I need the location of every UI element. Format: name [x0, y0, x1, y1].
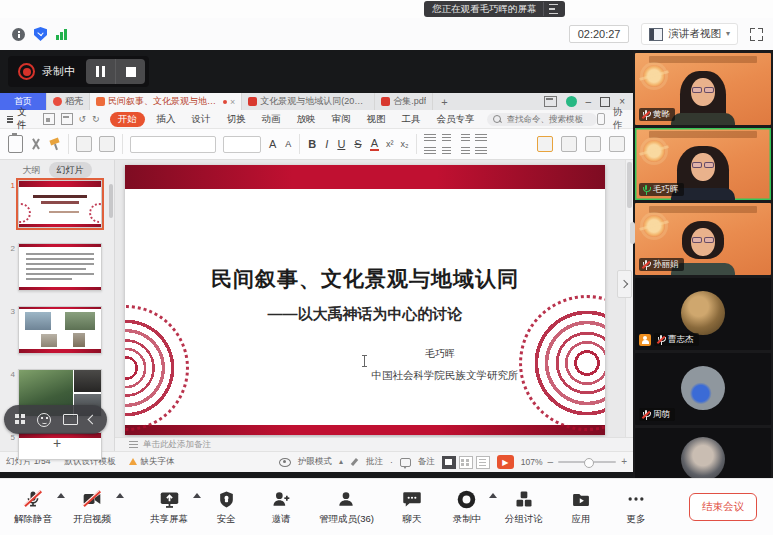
slide-thumbnail-2[interactable] [18, 243, 102, 291]
format-painter-icon[interactable] [49, 138, 61, 150]
underline-button[interactable]: U [336, 138, 346, 150]
menu-slideshow[interactable]: 放映 [293, 112, 320, 127]
menu-view[interactable]: 视图 [363, 112, 390, 127]
tab-daoke[interactable]: 稻壳 [47, 93, 90, 110]
menu-member[interactable]: 会员专享 [433, 112, 479, 127]
align-center-icon[interactable] [441, 132, 454, 143]
subscript-button[interactable]: x₂ [401, 139, 409, 149]
menu-review[interactable]: 审阅 [328, 112, 355, 127]
annotation-tools-icon[interactable] [15, 414, 26, 425]
annotation-toolbar[interactable] [4, 405, 107, 434]
watching-banner[interactable]: 您正在观看毛巧晖的屏幕 [424, 1, 565, 17]
emoji-reaction-icon[interactable] [37, 413, 51, 427]
next-slide-button[interactable] [617, 270, 632, 298]
reading-view-icon[interactable] [476, 456, 490, 469]
toolbar-invite[interactable]: 邀请 [264, 488, 298, 526]
cut-icon[interactable] [30, 138, 42, 150]
normal-view-icon[interactable] [442, 456, 456, 469]
new-tab-button[interactable]: + [433, 93, 455, 110]
tab-pdf-2[interactable]: 合集.pdf [375, 93, 433, 110]
notes-bar[interactable]: 单击此处添加备注 [115, 437, 647, 451]
view-mode-button[interactable]: 演讲者视图 ▾ [641, 23, 738, 45]
new-slide-icon[interactable] [76, 136, 92, 152]
zoom-in-button[interactable]: + [621, 457, 627, 467]
bold-button[interactable]: B [307, 138, 317, 150]
minimize-button[interactable]: – [586, 97, 592, 107]
file-menu[interactable]: 文件 [0, 106, 37, 132]
end-meeting-button[interactable]: 结束会议 [689, 493, 757, 521]
toolbar-breakout-rooms[interactable]: 分组讨论 [505, 488, 543, 526]
share-options-arrow[interactable] [193, 493, 201, 498]
comments-label[interactable]: 批注 [366, 456, 383, 468]
decrease-font-icon[interactable]: A [284, 139, 292, 149]
align-right-icon[interactable] [458, 132, 471, 143]
justify-icon[interactable] [475, 132, 488, 143]
menu-design[interactable]: 设计 [188, 112, 215, 127]
thumbnail-row-2[interactable]: 2 [6, 243, 114, 291]
slide-sorter-icon[interactable] [459, 456, 473, 469]
menu-insert[interactable]: 插入 [153, 112, 180, 127]
maximize-button[interactable] [600, 97, 610, 107]
participant-tile-3[interactable]: 孙丽娟 [635, 203, 771, 275]
toolbar-start-video[interactable]: 开启视频 [73, 488, 111, 526]
text-direction-icon[interactable] [475, 145, 488, 156]
eye-protect-label[interactable]: 护眼模式 [298, 456, 332, 468]
toolbar-more[interactable]: 更多 [619, 488, 653, 526]
print-icon[interactable] [61, 113, 73, 125]
toolbar-share-screen[interactable]: 共享屏幕 [150, 488, 188, 526]
close-tab-icon[interactable]: × [230, 97, 235, 107]
eye-protect-icon[interactable] [279, 458, 291, 467]
font-name-input[interactable] [130, 136, 216, 153]
superscript-button[interactable]: x² [386, 139, 394, 149]
thumbnail-row-3[interactable]: 3 [6, 306, 114, 354]
panel-tab-slides[interactable]: 幻灯片 [49, 162, 92, 178]
participant-tile-5[interactable]: 周萌 [635, 353, 771, 425]
notes-bubble-icon[interactable] [400, 458, 411, 467]
align-left-icon[interactable] [424, 132, 437, 143]
collapse-toolbar-icon[interactable] [87, 415, 97, 425]
banner-menu-icon[interactable] [543, 2, 561, 16]
participant-tile-6[interactable] [635, 428, 771, 482]
save-icon[interactable] [43, 113, 55, 125]
canvas-scrollbar[interactable] [625, 160, 633, 438]
increase-font-icon[interactable]: A [268, 138, 277, 150]
pause-recording-button[interactable] [86, 59, 116, 84]
more-format-icon[interactable] [609, 136, 625, 152]
font-size-input[interactable] [223, 136, 261, 153]
record-options-arrow[interactable] [489, 493, 497, 498]
font-color-button[interactable]: A [370, 138, 379, 151]
italic-button[interactable]: I [324, 138, 329, 150]
collab-button[interactable]: 协作 [613, 106, 625, 132]
slide-thumbnail-3[interactable] [18, 306, 102, 354]
participant-tile-4[interactable]: 曹志杰 [635, 278, 771, 350]
toolbar-apps[interactable]: 应用 [564, 488, 598, 526]
add-slide-button[interactable]: + [53, 435, 61, 451]
stop-recording-button[interactable] [116, 59, 145, 84]
missing-font-warning[interactable]: 缺失字体 [129, 456, 174, 468]
menu-transition[interactable]: 切换 [223, 112, 250, 127]
menu-tools[interactable]: 工具 [398, 112, 425, 127]
toolbar-recording[interactable]: 录制中 [450, 488, 484, 526]
menu-start[interactable]: 开始 [110, 112, 145, 127]
meeting-info-icon[interactable] [12, 28, 25, 41]
bullet-list-icon[interactable] [424, 145, 437, 156]
command-search-input[interactable] [505, 113, 591, 125]
toolbar-security[interactable]: 安全 [209, 488, 243, 526]
slide-layout-icon[interactable] [99, 136, 115, 152]
participant-tile-1[interactable]: 黄晔 [635, 53, 771, 125]
participant-tile-2[interactable]: 毛巧晖 [635, 128, 771, 200]
tab-document-pptx[interactable]: 民间叙事、文化景观与地域认同.pptx × [90, 93, 242, 110]
zoom-out-button[interactable]: – [548, 457, 554, 467]
insert-shape-icon[interactable] [585, 136, 601, 152]
fullscreen-icon[interactable] [750, 28, 763, 41]
current-slide[interactable]: 民间叙事、文化景观与地域认同 ——以大禹神话为中心的讨论 毛巧晖 中国社会科学院… [125, 165, 605, 435]
notes-label[interactable]: 备注 [418, 456, 435, 468]
toolbar-unmute[interactable]: 解除静音 [14, 488, 52, 526]
tab-pdf-1[interactable]: 文化景观与地域认同(2016).pdf [242, 93, 375, 110]
undo-icon[interactable]: ↺ [79, 114, 87, 124]
thumbnail-scrollbar[interactable] [109, 184, 113, 218]
sync-icon[interactable] [597, 113, 605, 125]
comment-pen-icon[interactable] [350, 458, 359, 467]
toolbar-chat[interactable]: 聊天 [395, 488, 429, 526]
command-search[interactable] [487, 113, 597, 126]
